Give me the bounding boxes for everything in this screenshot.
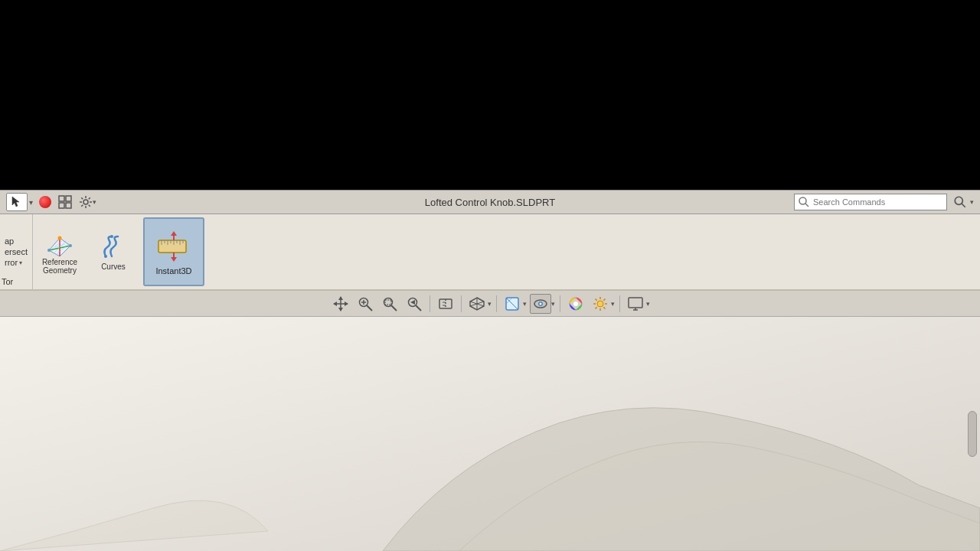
zoom-prev-icon xyxy=(406,295,423,312)
settings-button[interactable]: ▾ xyxy=(76,194,100,210)
svg-line-71 xyxy=(603,298,605,300)
scene-group[interactable]: ▾ xyxy=(590,294,615,314)
svg-line-46 xyxy=(391,305,397,311)
appearances-icon xyxy=(567,295,584,312)
select-tool[interactable]: ▾ xyxy=(3,191,36,213)
svg-marker-0 xyxy=(12,197,19,207)
red-circle-icon xyxy=(39,196,51,208)
search-input[interactable] xyxy=(813,197,936,207)
svg-point-13 xyxy=(57,236,61,240)
svg-rect-2 xyxy=(66,196,71,201)
svg-marker-40 xyxy=(345,302,348,306)
display-mode-icon xyxy=(532,295,549,312)
rror-dropdown-icon[interactable]: ▾ xyxy=(19,259,22,266)
svg-point-61 xyxy=(540,302,542,305)
window-title: Lofted Control Knob.SLDPRT xyxy=(425,197,555,208)
reference-geometry-icon-area xyxy=(46,229,74,256)
toolbar2-separator-4 xyxy=(560,295,560,312)
grid-icon xyxy=(57,194,73,210)
search-submit-button[interactable] xyxy=(950,194,970,210)
reference-geometry-button[interactable]: ReferenceGeometry xyxy=(33,214,87,289)
svg-marker-38 xyxy=(338,308,343,311)
svg-point-6 xyxy=(799,197,806,204)
monitor-icon xyxy=(627,295,644,312)
display-style-button[interactable] xyxy=(501,294,523,314)
toolbar2-separator-2 xyxy=(461,295,462,312)
curves-label: Curves xyxy=(101,262,126,271)
svg-rect-47 xyxy=(385,300,391,305)
search-submit-icon xyxy=(953,195,967,209)
move-view-button[interactable] xyxy=(330,294,351,314)
gear-dropdown[interactable]: ▾ xyxy=(93,198,96,206)
vertical-scrollbar[interactable] xyxy=(968,411,977,457)
search-box[interactable] xyxy=(794,194,947,210)
zoom-fit-button[interactable] xyxy=(354,294,376,314)
3d-view-icon xyxy=(469,295,485,312)
arrow-dropdown[interactable]: ▾ xyxy=(29,198,33,207)
curves-icon-area xyxy=(100,233,127,261)
zoom-box-button[interactable] xyxy=(379,294,400,314)
tor-partial-label: Tor xyxy=(0,277,13,286)
svg-point-64 xyxy=(597,301,603,307)
svg-line-72 xyxy=(596,307,597,308)
display-mode-group[interactable]: ▾ xyxy=(530,294,555,314)
ribbon-toolbar: ap ersect rror ▾ xyxy=(0,214,980,291)
display-style-icon xyxy=(504,295,521,312)
3d-view-dropdown[interactable]: ▾ xyxy=(488,300,492,308)
reference-geometry-icon xyxy=(46,229,74,256)
svg-marker-34 xyxy=(171,257,177,262)
partial-ap-label: ap xyxy=(5,236,28,246)
svg-point-21 xyxy=(110,235,113,238)
appearances-button[interactable] xyxy=(565,294,586,314)
3d-view-group[interactable]: ▾ xyxy=(466,294,492,314)
svg-point-15 xyxy=(69,244,72,247)
partial-ersect-label: ersect xyxy=(5,247,28,256)
svg-line-42 xyxy=(367,305,372,311)
svg-marker-37 xyxy=(338,296,343,300)
svg-marker-32 xyxy=(171,231,177,236)
monitor-group[interactable]: ▾ xyxy=(625,294,650,314)
svg-rect-73 xyxy=(629,298,642,308)
scene-dropdown[interactable]: ▾ xyxy=(611,300,615,308)
display-style-group[interactable]: ▾ xyxy=(501,294,527,314)
reference-geometry-label: ReferenceGeometry xyxy=(42,258,77,275)
section-view-button[interactable] xyxy=(435,294,456,314)
svg-line-9 xyxy=(962,204,965,207)
display-style-dropdown[interactable]: ▾ xyxy=(523,300,527,308)
view-toolbar: ▾ ▾ ▾ xyxy=(0,291,980,317)
svg-line-69 xyxy=(596,298,597,300)
partial-rror-label: rror xyxy=(5,258,18,267)
view-toggle-button[interactable] xyxy=(54,193,76,211)
scene-button[interactable] xyxy=(590,294,611,314)
toolbar2-separator-1 xyxy=(430,295,430,312)
viewport-background xyxy=(0,317,980,551)
3d-viewport[interactable] xyxy=(0,317,980,551)
arrow-icon-box xyxy=(6,193,28,211)
svg-point-8 xyxy=(955,197,962,204)
svg-point-5 xyxy=(83,200,88,204)
zoom-fit-icon xyxy=(357,295,374,312)
scene-icon xyxy=(592,295,609,312)
search-dropdown[interactable]: ▾ xyxy=(970,198,974,206)
svg-point-20 xyxy=(104,255,107,258)
svg-line-7 xyxy=(805,204,808,207)
stop-recording-button[interactable] xyxy=(36,194,54,210)
instant3d-button[interactable]: Instant3D xyxy=(143,217,204,286)
monitor-button[interactable] xyxy=(625,294,646,314)
monitor-dropdown[interactable]: ▾ xyxy=(646,300,650,308)
gear-icon xyxy=(79,195,93,209)
toolbar2-separator-3 xyxy=(496,295,497,312)
curves-button[interactable]: Curves xyxy=(87,214,140,289)
svg-rect-4 xyxy=(66,203,71,208)
svg-rect-22 xyxy=(158,240,186,253)
instant3d-icon xyxy=(155,228,192,265)
3d-view-button[interactable] xyxy=(466,294,488,314)
instant3d-icon-area xyxy=(155,228,192,265)
display-mode-dropdown[interactable]: ▾ xyxy=(551,300,555,308)
black-top-area xyxy=(0,0,980,190)
svg-point-63 xyxy=(573,302,578,306)
display-mode-button[interactable] xyxy=(530,294,551,314)
svg-point-14 xyxy=(47,249,51,252)
zoom-prev-button[interactable] xyxy=(403,294,425,314)
curves-icon xyxy=(101,233,126,261)
